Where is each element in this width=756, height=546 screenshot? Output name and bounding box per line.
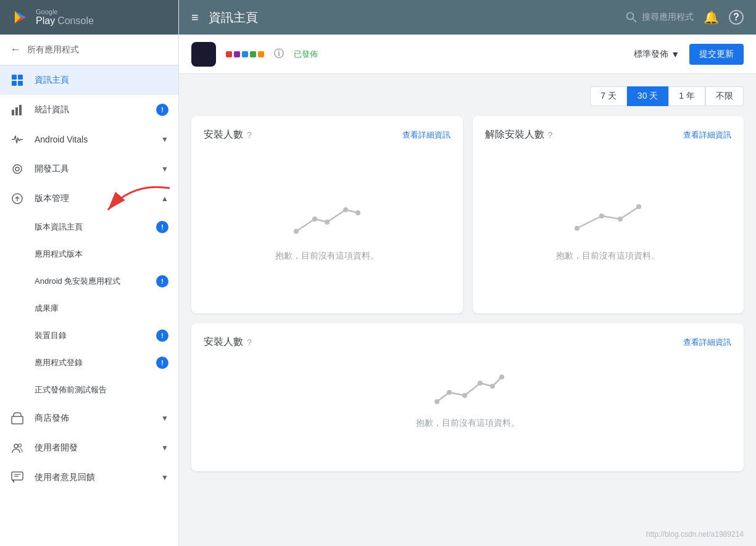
- svg-rect-6: [18, 75, 23, 80]
- notification-icon[interactable]: 🔔: [704, 10, 719, 25]
- sidebar-item-version-label: 版本管理: [35, 193, 151, 204]
- google-label: Google: [36, 8, 94, 15]
- svg-rect-16: [12, 416, 23, 424]
- publish-type-label: 標準發佈: [634, 49, 668, 60]
- bottom-card-title: 安裝人數: [204, 336, 243, 349]
- svg-rect-7: [12, 81, 17, 86]
- vitals-chevron-icon: ▼: [161, 135, 168, 144]
- svg-rect-8: [18, 81, 23, 86]
- feedback-icon: [10, 470, 25, 485]
- sidebar-item-dashboard-label: 資訊主頁: [35, 75, 168, 86]
- uninstalls-card-body: 抱歉，目前沒有這項資料。: [485, 151, 732, 301]
- bottom-title-row: 安裝人數 ?: [204, 336, 252, 349]
- bottom-help-icon[interactable]: ?: [247, 337, 252, 347]
- sidebar-subitem-version-info[interactable]: 版本資訊主頁 !: [0, 213, 178, 241]
- sidebar-item-stats-label: 統計資訊: [35, 104, 146, 115]
- stats-badge: !: [156, 104, 168, 116]
- installs-title-row: 安裝人數 ?: [204, 128, 252, 141]
- subitem-pre-launch-label: 正式發佈前測試報告: [35, 384, 168, 395]
- uninstalls-card-header: 解除安裝人數 ? 查看詳細資訊: [485, 128, 732, 141]
- play-logo: [10, 7, 30, 27]
- back-arrow-icon: ←: [10, 43, 21, 56]
- uninstalls-empty-chart: [571, 191, 645, 241]
- search-placeholder: 搜尋應用程式: [642, 12, 694, 23]
- uninstalls-title-row: 解除安裝人數 ?: [485, 128, 553, 141]
- subitem-app-version-label: 應用程式版本: [35, 249, 168, 260]
- sidebar-subitem-artifact-library[interactable]: 成果庫: [0, 295, 178, 322]
- sidebar-item-dev-label: 開發工具: [35, 163, 151, 175]
- svg-point-35: [447, 390, 452, 395]
- installs-card-header: 安裝人數 ? 查看詳細資訊: [204, 128, 451, 141]
- user-dev-chevron-icon: ▼: [161, 444, 168, 452]
- sidebar-item-dashboard[interactable]: 資訊主頁: [0, 65, 178, 95]
- sidebar-subitem-device-catalog[interactable]: 裝置目錄 !: [0, 322, 178, 349]
- sidebar-item-android-vitals[interactable]: Android Vitals ▼: [0, 125, 178, 154]
- uninstalls-detail-link[interactable]: 查看詳細資訊: [683, 130, 731, 141]
- submit-button[interactable]: 提交更新: [689, 44, 744, 65]
- vitals-icon: [10, 132, 25, 147]
- bar-chart-icon: [10, 102, 25, 117]
- svg-point-12: [13, 165, 22, 173]
- publish-type-chevron-icon: ▼: [671, 49, 679, 59]
- back-label: 所有應用程式: [27, 44, 79, 56]
- sidebar: Google Play Console ← 所有應用程式 資訊主頁 統計資訊 !…: [0, 0, 179, 546]
- installs-detail-link[interactable]: 查看詳細資訊: [402, 130, 451, 141]
- bottom-detail-link[interactable]: 查看詳細資訊: [683, 337, 731, 348]
- time-btn-unlimited[interactable]: 不限: [705, 86, 744, 106]
- app-bar: ⓘ 已發佈 標準發佈 ▼ 提交更新: [179, 35, 756, 74]
- svg-rect-9: [12, 110, 14, 115]
- sidebar-item-store-publish[interactable]: 商店發佈 ▼: [0, 403, 178, 433]
- svg-point-30: [575, 226, 579, 231]
- color-dot-purple: [234, 51, 240, 57]
- color-dots: [226, 51, 264, 57]
- time-btn-7d[interactable]: 7 天: [590, 86, 627, 106]
- color-dot-blue: [242, 51, 248, 57]
- subitem-artifact-label: 成果庫: [35, 303, 168, 314]
- svg-point-29: [355, 210, 360, 215]
- help-icon[interactable]: ?: [729, 10, 744, 25]
- sidebar-item-dev-tools[interactable]: 開發工具 ▼: [0, 154, 178, 184]
- time-btn-30d[interactable]: 30 天: [627, 86, 668, 106]
- installs-help-icon[interactable]: ?: [247, 130, 252, 140]
- search-bar[interactable]: 搜尋應用程式: [626, 12, 694, 23]
- bottom-card-body: 抱歉，目前沒有這項資料。: [204, 358, 731, 429]
- uninstalls-help-icon[interactable]: ?: [548, 130, 553, 140]
- topbar: ≡ 資訊主頁 搜尋應用程式 🔔 ?: [179, 0, 756, 35]
- svg-rect-5: [12, 75, 17, 80]
- sidebar-item-version-mgmt[interactable]: 版本管理 ▲: [0, 184, 178, 213]
- nav-back-all-apps[interactable]: ← 所有應用程式: [0, 35, 178, 65]
- uninstalls-empty-text: 抱歉，目前沒有這項資料。: [556, 250, 660, 262]
- svg-point-13: [15, 167, 19, 171]
- time-filter: 7 天 30 天 1 年 不限: [191, 86, 744, 106]
- svg-point-39: [499, 374, 504, 379]
- sidebar-item-user-feedback[interactable]: 使用者意見回饋 ▼: [0, 463, 178, 492]
- svg-point-27: [325, 220, 330, 225]
- color-dot-red: [226, 51, 232, 57]
- version-info-badge: !: [156, 221, 168, 233]
- sidebar-item-user-dev[interactable]: 使用者開發 ▼: [0, 433, 178, 463]
- installs-card: 安裝人數 ? 查看詳細資訊 抱歉，目前沒有這項資料。: [191, 116, 463, 313]
- subitem-app-signing-label: 應用程式登錄: [35, 357, 150, 368]
- sidebar-subitem-app-signing[interactable]: 應用程式登錄 !: [0, 349, 178, 376]
- sidebar-subitem-android-instant[interactable]: Android 免安裝應用程式 !: [0, 268, 178, 295]
- sidebar-item-stats[interactable]: 統計資訊 !: [0, 95, 178, 125]
- time-btn-1y[interactable]: 1 年: [668, 86, 705, 106]
- sidebar-subitem-app-version[interactable]: 應用程式版本: [0, 241, 178, 268]
- svg-point-25: [294, 229, 299, 234]
- sidebar-subitem-pre-launch[interactable]: 正式發佈前測試報告: [0, 376, 178, 403]
- svg-rect-10: [15, 107, 18, 115]
- subitem-version-info-label: 版本資訊主頁: [35, 221, 150, 233]
- svg-point-23: [627, 13, 634, 20]
- uninstalls-card: 解除安裝人數 ? 查看詳細資訊 抱歉，目前沒有這項資料。: [473, 116, 744, 313]
- subitem-device-catalog-label: 裝置目錄: [35, 330, 150, 341]
- publish-type-selector[interactable]: 標準發佈 ▼: [634, 49, 679, 60]
- release-icon: [10, 191, 25, 206]
- subitem-android-instant-label: Android 免安裝應用程式: [35, 276, 150, 287]
- top-cards-row: 安裝人數 ? 查看詳細資訊 抱歉，目前沒有這項資料。: [191, 116, 744, 313]
- installs-empty-chart: [290, 191, 364, 241]
- dev-tools-icon: [10, 162, 25, 176]
- app-info-icon[interactable]: ⓘ: [274, 48, 284, 60]
- main-content: ≡ 資訊主頁 搜尋應用程式 🔔 ? ⓘ 已發佈 標準發佈 ▼: [179, 0, 756, 546]
- hamburger-icon[interactable]: ≡: [191, 10, 199, 25]
- search-icon: [626, 12, 637, 23]
